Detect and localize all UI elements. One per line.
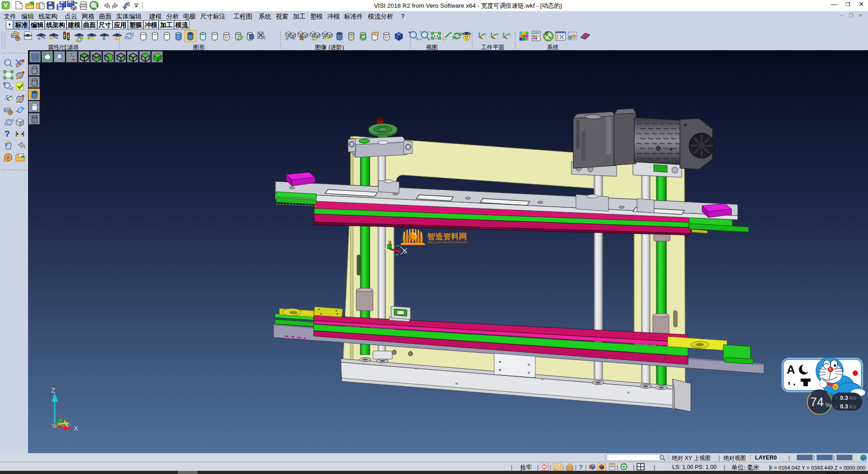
svg-text:+: + bbox=[102, 35, 106, 42]
svg-text:↑: ↑ bbox=[835, 394, 838, 401]
svg-text:0.3: 0.3 bbox=[840, 394, 848, 401]
svg-text:|: | bbox=[585, 464, 586, 470]
svg-text:|: | bbox=[575, 464, 576, 470]
svg-text:INTELLIGENT MANUFACTURING DATA: INTELLIGENT MANUFACTURING DATA bbox=[428, 242, 467, 244]
svg-text:K/s: K/s bbox=[849, 396, 856, 401]
svg-text:.: . bbox=[793, 376, 796, 388]
svg-text:Z: Z bbox=[51, 386, 55, 394]
svg-text:|: | bbox=[550, 464, 551, 470]
svg-text:1:1: 1:1 bbox=[434, 34, 439, 38]
svg-text:74: 74 bbox=[810, 395, 824, 409]
svg-text:?: ? bbox=[5, 129, 10, 138]
svg-text:+: + bbox=[285, 36, 288, 42]
svg-text:K/s: K/s bbox=[849, 404, 856, 409]
svg-text:↙: ↙ bbox=[420, 37, 423, 41]
svg-text:,: , bbox=[788, 374, 791, 386]
svg-text:↘: ↘ bbox=[427, 37, 430, 41]
svg-text:|: | bbox=[562, 464, 564, 470]
svg-text:Y: Y bbox=[58, 414, 61, 420]
svg-text:±: ± bbox=[3, 81, 5, 85]
svg-text:|: | bbox=[617, 464, 618, 470]
svg-text:+: + bbox=[87, 36, 90, 41]
svg-text:↖: ↖ bbox=[420, 30, 423, 34]
svg-text:+: + bbox=[408, 30, 410, 35]
svg-text:%: % bbox=[826, 402, 831, 408]
svg-text:+: + bbox=[38, 36, 40, 41]
svg-text:智造资料网: 智造资料网 bbox=[427, 232, 467, 241]
svg-text:V: V bbox=[4, 2, 8, 9]
svg-text:↗: ↗ bbox=[427, 30, 430, 34]
svg-text:+: + bbox=[322, 36, 325, 41]
svg-text:X: X bbox=[74, 424, 78, 432]
svg-text:↓: ↓ bbox=[835, 403, 838, 409]
svg-text:0.3: 0.3 bbox=[840, 403, 848, 410]
svg-text:?: ? bbox=[579, 463, 583, 471]
